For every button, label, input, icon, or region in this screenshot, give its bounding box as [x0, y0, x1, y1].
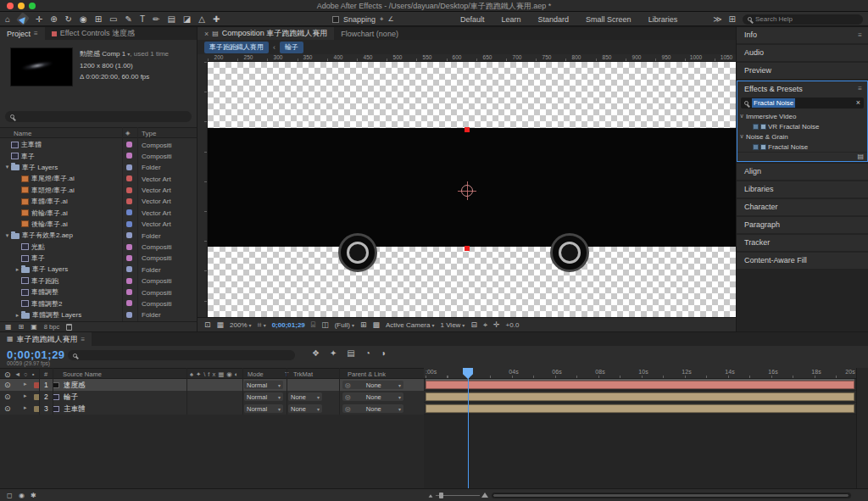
- main-monitor-icon[interactable]: ▦: [217, 321, 225, 329]
- effect-item[interactable]: VR Fractal Noise: [737, 121, 867, 131]
- eraser-tool-icon[interactable]: ◪: [183, 14, 191, 24]
- project-row[interactable]: 前輪/車子.aiVector Art: [0, 207, 197, 218]
- type-tool-icon[interactable]: T: [140, 14, 145, 24]
- parent-select[interactable]: ◎None▾: [342, 381, 403, 389]
- composition-viewport[interactable]: [208, 62, 736, 317]
- toggle-graph-editor-icon[interactable]: ✱: [31, 493, 36, 499]
- tab-project[interactable]: Project ≡: [0, 27, 45, 40]
- show-snapshot-icon[interactable]: ◫: [321, 321, 329, 329]
- panel-character[interactable]: Character: [737, 199, 868, 215]
- pan-behind-tool-icon[interactable]: ⊞: [95, 14, 102, 24]
- layer-duration-bar[interactable]: [426, 392, 854, 401]
- label-color-chip[interactable]: [126, 175, 132, 181]
- hide-shy-layers-icon[interactable]: ▤: [347, 349, 354, 358]
- panel-preview[interactable]: Preview: [737, 63, 868, 79]
- selection-tool-icon[interactable]: ▶: [16, 12, 30, 25]
- layer-handle-bottom[interactable]: [465, 246, 470, 251]
- project-row[interactable]: ▸車體調整 LayersFolder: [0, 309, 197, 320]
- project-row[interactable]: 車體/車子.aiVector Art: [0, 196, 197, 207]
- tab-composition[interactable]: × ▤ Composition 車子跑跑鐵人賽用: [198, 27, 334, 40]
- anchor-point-target[interactable]: [461, 185, 473, 197]
- project-row[interactable]: 車子Compositi: [0, 150, 197, 161]
- label-color-chip[interactable]: [126, 289, 132, 295]
- layer-row[interactable]: ⊙ ▸ 1 速度感 Normal▾ ◎None▾: [0, 379, 424, 391]
- layer-row[interactable]: ⊙ ▸ 3 主車體 Normal▾ None▾ ◎None▾: [0, 403, 424, 415]
- project-row[interactable]: ▾車子 LayersFolder: [0, 162, 197, 173]
- project-row[interactable]: 主車體Compositi: [0, 139, 197, 150]
- new-panel-icon[interactable]: ▤: [857, 153, 864, 160]
- timeline-search-field[interactable]: [68, 350, 295, 360]
- region-of-interest-icon[interactable]: ⊞: [360, 321, 367, 329]
- project-column-header[interactable]: Name ◈ Type: [0, 127, 197, 138]
- project-row[interactable]: 車體調整Compositi: [0, 287, 197, 298]
- project-row[interactable]: ▾車子有效果2.aepFolder: [0, 230, 197, 241]
- blend-mode-select[interactable]: Normal▾: [244, 392, 283, 401]
- clear-search-icon[interactable]: ×: [856, 98, 860, 108]
- project-row[interactable]: 車子跑跑Compositi: [0, 276, 197, 287]
- effect-item[interactable]: Fractal Noise: [737, 142, 867, 152]
- panel-content-aware-fill[interactable]: Content-Aware Fill: [737, 253, 868, 269]
- label-color-chip[interactable]: [126, 255, 132, 261]
- parent-select[interactable]: ◎None▾: [342, 392, 403, 401]
- project-row[interactable]: 車尾燈/車子.aiVector Art: [0, 173, 197, 184]
- horizontal-ruler[interactable]: 200 250 300 350 400 450 500 550 600 650 …: [208, 54, 736, 62]
- rotation-tool-icon[interactable]: ↻: [65, 14, 72, 24]
- column-type[interactable]: Type: [142, 130, 156, 137]
- panel-paragraph[interactable]: Paragraph: [737, 217, 868, 233]
- new-composition-icon[interactable]: ▣: [31, 324, 37, 331]
- blend-mode-select[interactable]: Normal▾: [244, 404, 283, 413]
- label-color-chip[interactable]: [126, 198, 132, 204]
- label-color-chip[interactable]: [126, 266, 132, 272]
- layer-row[interactable]: ⊙ ▸ 2 輪子 Normal▾ None▾ ◎None▾: [0, 391, 424, 403]
- layer-name[interactable]: 輪子: [64, 392, 78, 403]
- effects-group[interactable]: ∨ Immersive Video: [737, 111, 867, 121]
- close-icon[interactable]: ×: [204, 30, 209, 38]
- panel-tracker[interactable]: Tracker: [737, 235, 868, 251]
- shape-tool-icon[interactable]: ▭: [109, 14, 117, 24]
- frame-blending-icon[interactable]: ◔: [365, 349, 370, 358]
- twirl-icon[interactable]: ▾: [3, 164, 11, 170]
- camera-select[interactable]: Active Camera▾: [386, 321, 434, 329]
- breadcrumb-parent[interactable]: 車子跑跑鐵人賽用: [204, 42, 269, 53]
- layer-name[interactable]: 主車體: [64, 404, 86, 415]
- panel-menu-icon[interactable]: ≡: [858, 81, 862, 97]
- preview-timecode[interactable]: 0;00;01;29: [272, 321, 305, 329]
- camera-tool-icon[interactable]: ◉: [80, 14, 87, 24]
- zoom-tool-icon[interactable]: ⊕: [50, 14, 57, 24]
- timeline-jump-icon[interactable]: ✛: [493, 321, 500, 329]
- hand-tool-icon[interactable]: ✛: [36, 14, 42, 24]
- interpret-footage-icon[interactable]: ▦: [5, 324, 12, 331]
- panel-menu-icon[interactable]: ≡: [34, 30, 38, 37]
- twirl-icon[interactable]: ▸: [24, 392, 27, 399]
- current-timecode[interactable]: 0;00;01;29: [7, 348, 65, 361]
- trkmat-select[interactable]: None▾: [288, 404, 322, 413]
- trkmat-select[interactable]: None▾: [288, 392, 322, 401]
- twirl-icon[interactable]: ▸: [24, 381, 27, 387]
- solo-column-icon[interactable]: ○: [24, 370, 28, 378]
- snap-angle-icon[interactable]: ∠: [388, 16, 394, 23]
- twirl-icon[interactable]: ▸: [24, 404, 27, 411]
- eye-icon[interactable]: ⊙: [4, 392, 11, 401]
- label-color-chip[interactable]: [126, 142, 132, 148]
- zoom-in-mountain-icon[interactable]: [481, 493, 488, 498]
- help-search-input[interactable]: [755, 15, 849, 23]
- project-row[interactable]: 車體調整2Compositi: [0, 298, 197, 309]
- workspace-libraries[interactable]: Libraries: [648, 15, 678, 24]
- label-color-chip[interactable]: [126, 164, 132, 170]
- layer-duration-bar[interactable]: [426, 381, 854, 389]
- resolution-select[interactable]: (Full)▾: [335, 321, 354, 329]
- audio-column-icon[interactable]: ◄: [14, 370, 20, 378]
- snap-options-icon[interactable]: ⌖: [380, 16, 384, 23]
- project-row[interactable]: ▸車子 LayersFolder: [0, 264, 197, 275]
- layer-handle-top[interactable]: [465, 127, 470, 132]
- twirl-icon[interactable]: ▾: [3, 232, 11, 239]
- workspace-standard[interactable]: Standard: [538, 15, 570, 24]
- pen-tool-icon[interactable]: ✎: [125, 14, 132, 24]
- composition-mini-flowchart-icon[interactable]: ❖: [312, 349, 320, 358]
- home-icon[interactable]: ⌂: [5, 14, 10, 24]
- view-layout-select[interactable]: 1 View▾: [440, 321, 465, 329]
- chevron-down-icon[interactable]: ∨: [737, 113, 746, 120]
- panel-libraries[interactable]: Libraries: [737, 181, 868, 198]
- timeline-search-input[interactable]: [81, 352, 267, 359]
- car-wheel-right[interactable]: [550, 233, 589, 272]
